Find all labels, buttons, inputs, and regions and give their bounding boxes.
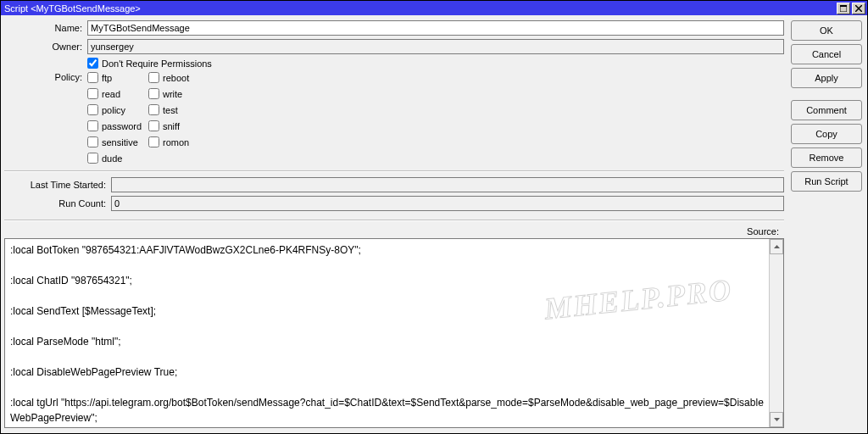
scroll-track[interactable]	[770, 254, 783, 412]
policy-ftp[interactable]: ftp	[87, 72, 148, 83]
policy-test-label: test	[163, 105, 178, 115]
policy-write-label: write	[163, 89, 182, 99]
policy-test[interactable]: test	[148, 104, 209, 115]
policy-policy[interactable]: policy	[87, 104, 148, 115]
remove-button[interactable]: Remove	[791, 147, 862, 168]
policy-read-label: read	[102, 89, 120, 99]
policy-reboot-label: reboot	[163, 73, 189, 83]
policy-test-input[interactable]	[148, 104, 159, 115]
policy-read-input[interactable]	[87, 88, 98, 99]
button-column: OK Cancel Apply Comment Copy Remove Run …	[791, 15, 867, 433]
spacer	[791, 92, 862, 97]
policy-romon-input[interactable]	[148, 136, 159, 147]
source-textarea[interactable]: :local BotToken "987654321:AAFJlVTAWodBw…	[5, 239, 769, 427]
policy-romon-label: romon	[163, 137, 189, 147]
label-owner: Owner:	[4, 42, 87, 52]
dont-require-input[interactable]	[87, 58, 98, 69]
policy-sniff[interactable]: sniff	[148, 120, 209, 131]
policy-row: Policy: ftpreadpolicypasswordsensitivedu…	[4, 72, 784, 164]
policy-sensitive[interactable]: sensitive	[87, 136, 148, 147]
policy-write-input[interactable]	[148, 88, 159, 99]
label-source: Source:	[747, 226, 779, 236]
name-input[interactable]	[87, 20, 784, 36]
policy-reboot[interactable]: reboot	[148, 72, 209, 83]
apply-button[interactable]: Apply	[791, 68, 862, 88]
titlebar[interactable]: Script <MyTGBotSendMessage>	[1, 1, 867, 15]
dont-require-label: Don't Require Permissions	[102, 58, 212, 69]
policy-romon[interactable]: romon	[148, 136, 209, 147]
window-body: Name: Owner: Don't Require Permissions P…	[1, 15, 867, 433]
label-policy: Policy:	[4, 72, 87, 82]
scroll-down-icon[interactable]	[770, 412, 783, 427]
policy-dude-input[interactable]	[87, 153, 98, 164]
policy-write[interactable]: write	[148, 88, 209, 99]
policy-sensitive-input[interactable]	[87, 136, 98, 147]
policy-policy-label: policy	[102, 105, 125, 115]
run-script-button[interactable]: Run Script	[791, 171, 862, 192]
row-last-start: Last Time Started:	[4, 177, 784, 192]
script-window: Script <MyTGBotSendMessage> Name: Owner:…	[0, 0, 868, 434]
ok-button[interactable]: OK	[791, 20, 862, 41]
policy-password-input[interactable]	[87, 120, 98, 131]
row-name: Name:	[4, 20, 784, 36]
divider	[4, 170, 784, 172]
policy-sniff-label: sniff	[163, 121, 180, 131]
run-count-input	[111, 196, 784, 211]
svg-marker-5	[774, 418, 780, 421]
comment-button[interactable]: Comment	[791, 100, 862, 120]
dont-require-row: Don't Require Permissions	[87, 58, 784, 69]
row-run-count: Run Count:	[4, 196, 784, 211]
dont-require-checkbox[interactable]: Don't Require Permissions	[87, 58, 212, 69]
cancel-button[interactable]: Cancel	[791, 44, 862, 64]
policy-sensitive-label: sensitive	[102, 137, 138, 147]
policy-col-2: rebootwritetestsniffromon	[148, 72, 209, 147]
svg-marker-4	[774, 245, 780, 248]
titlebar-text: Script <MyTGBotSendMessage>	[4, 3, 835, 14]
policy-read[interactable]: read	[87, 88, 148, 99]
label-name: Name:	[4, 23, 87, 33]
close-icon[interactable]	[852, 3, 865, 14]
policy-dude[interactable]: dude	[87, 153, 148, 164]
policy-dude-label: dude	[102, 153, 122, 164]
policy-password[interactable]: password	[87, 120, 148, 131]
last-start-input	[111, 177, 784, 192]
divider	[4, 220, 784, 221]
source-area: :local BotToken "987654321:AAFJlVTAWodBw…	[4, 238, 784, 428]
owner-input	[87, 39, 784, 54]
maximize-icon[interactable]	[837, 3, 850, 14]
label-run-count: Run Count:	[4, 198, 111, 209]
label-last-start: Last Time Started:	[4, 180, 111, 190]
policy-sniff-input[interactable]	[148, 120, 159, 131]
policy-ftp-label: ftp	[102, 73, 112, 83]
source-label-row: Source:	[4, 226, 784, 236]
svg-rect-1	[840, 5, 847, 7]
copy-button[interactable]: Copy	[791, 124, 862, 144]
form-area: Name: Owner: Don't Require Permissions P…	[1, 15, 791, 433]
scrollbar[interactable]	[769, 239, 783, 427]
policy-password-label: password	[102, 121, 142, 131]
row-owner: Owner:	[4, 39, 784, 54]
policy-col-1: ftpreadpolicypasswordsensitivedude	[87, 72, 148, 164]
policy-policy-input[interactable]	[87, 104, 98, 115]
scroll-up-icon[interactable]	[770, 239, 783, 254]
policy-ftp-input[interactable]	[87, 72, 98, 83]
policy-reboot-input[interactable]	[148, 72, 159, 83]
